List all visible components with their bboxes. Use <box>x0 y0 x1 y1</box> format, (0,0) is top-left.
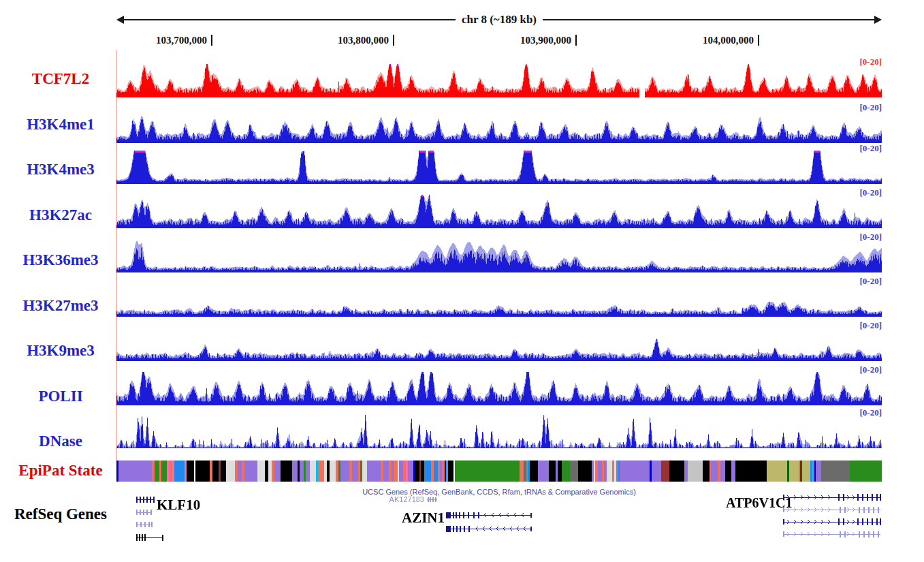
ruler-tick-mark <box>758 35 759 46</box>
track-signal-h3k4me3[interactable] <box>116 150 882 184</box>
epipat-segment <box>703 460 710 482</box>
epipat-segment <box>789 460 799 482</box>
epipat-segment <box>244 460 257 482</box>
track-signal-h3k36me3[interactable] <box>116 238 882 272</box>
epipat-segment <box>367 460 381 482</box>
epipat-segment <box>187 460 194 482</box>
epipat-segment <box>530 460 538 482</box>
epipat-segment <box>455 460 520 482</box>
gene-label-klf10[interactable]: KLF10 <box>157 497 200 514</box>
epipat-segment <box>538 460 549 482</box>
ruler-tick-label: 103,900,000 <box>498 35 571 46</box>
epipat-segment <box>767 460 787 482</box>
epipat-segment <box>725 460 731 482</box>
arrowhead-left-icon <box>116 16 124 24</box>
track-signal-dnase[interactable] <box>116 414 882 448</box>
arrow-line-right <box>543 19 874 20</box>
chromosome-region-title: chr 8 (~189 kb) <box>462 13 537 27</box>
epipat-segment <box>221 460 226 482</box>
epipat-segment <box>802 460 810 482</box>
epipat-segment <box>607 460 612 482</box>
epipat-segment <box>281 460 292 482</box>
epipat-segment <box>448 460 453 482</box>
epipat-segment <box>816 460 821 482</box>
ruler-tick-label: 104,000,000 <box>680 35 754 46</box>
arrow-line-left <box>124 19 456 20</box>
epipat-segment <box>669 460 684 482</box>
epipat-segment <box>292 460 298 482</box>
epipat-segment <box>688 460 703 482</box>
epipat-segment <box>620 460 650 482</box>
epipat-segment <box>330 460 336 482</box>
track-signal-h3k4me1[interactable] <box>116 109 882 143</box>
track-label-h3k4me3: H3K4me3 <box>0 161 121 178</box>
track-signal-tcf7l2[interactable] <box>116 63 882 97</box>
epipat-segment <box>118 460 152 482</box>
epipat-segment <box>274 460 281 482</box>
track-label-tcf7l2: TCF7L2 <box>0 70 121 88</box>
ruler-tick-mark <box>211 35 212 46</box>
epipat-segment <box>570 460 578 482</box>
epipat-segment <box>212 460 219 482</box>
epipat-segment <box>424 460 431 482</box>
epipat-segment <box>161 460 167 482</box>
epipat-segment <box>850 460 882 482</box>
epipat-segment <box>720 460 725 482</box>
track-signal-h3k27me3[interactable] <box>116 283 882 317</box>
epipat-segment <box>195 460 210 482</box>
epipat-segment <box>155 460 159 482</box>
track-label-dnase: DNase <box>0 433 121 450</box>
epipat-segment <box>226 460 235 482</box>
epipat-segment <box>661 460 669 482</box>
track-signal-h3k27ac[interactable] <box>116 194 882 228</box>
gene-label-atp6v1c1[interactable]: ATP6V1C1 <box>726 495 792 511</box>
gene-label-azin1[interactable]: AZIN1 <box>402 510 445 527</box>
genome-browser-figure: chr 8 (~189 kb) 103,700,000103,800,00010… <box>0 0 924 562</box>
track-label-h3k4me1: H3K4me1 <box>0 116 121 134</box>
arrowhead-right-icon <box>874 16 882 24</box>
epipat-segment <box>257 460 265 482</box>
track-label-h3k9me3: H3K9me3 <box>0 342 121 360</box>
ruler-tick-mark <box>393 35 394 46</box>
epipat-segment <box>562 460 570 482</box>
epipat-segment <box>362 460 367 482</box>
ruler-tick-label: 103,700,000 <box>133 35 207 46</box>
track-signal-polii[interactable] <box>116 371 882 405</box>
track-signal-h3k9me3[interactable] <box>116 327 882 361</box>
epipat-state-band[interactable] <box>116 460 882 482</box>
epipat-segment <box>408 460 413 482</box>
epipat-segment <box>652 460 661 482</box>
track-label-h3k36me3: H3K36me3 <box>0 251 121 269</box>
epipat-segment <box>352 460 358 482</box>
epipat-segment <box>549 460 556 482</box>
track-label-h3k27ac: H3K27ac <box>0 206 121 224</box>
region-extent-arrow: chr 8 (~189 kb) <box>116 13 882 27</box>
epipat-segment <box>340 460 349 482</box>
gene-label-ak127183[interactable]: AK127183 <box>371 495 424 503</box>
epipat-segment <box>318 460 324 482</box>
epipat-segment <box>821 460 850 482</box>
track-label-h3k27me3: H3K27me3 <box>0 297 121 315</box>
epipat-segment <box>383 460 389 482</box>
track-label-refseq-genes: RefSeq Genes <box>0 505 121 523</box>
track-label-polii: POLII <box>0 388 121 405</box>
epipat-segment <box>174 460 185 482</box>
epipat-segment <box>735 460 767 482</box>
ruler-tick-mark <box>575 35 577 46</box>
track-label-epipat-state: EpiPat State <box>0 462 121 480</box>
epipat-segment <box>711 460 718 482</box>
epipat-segment <box>578 460 592 482</box>
ruler-tick-label: 103,800,000 <box>315 35 389 46</box>
epipat-segment <box>310 460 316 482</box>
